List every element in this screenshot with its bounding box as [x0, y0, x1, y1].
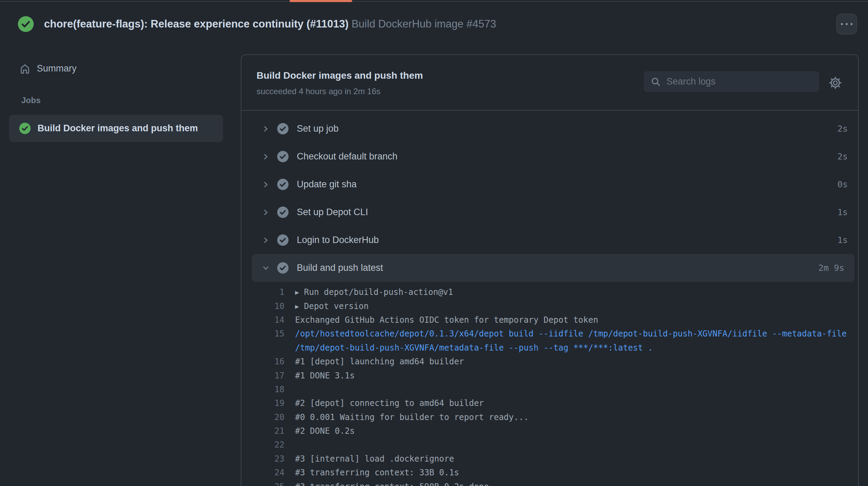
- log-line-number[interactable]: 16: [241, 357, 284, 366]
- job-success-check-icon: [19, 123, 31, 134]
- log-group-arrow-icon[interactable]: ▶: [295, 288, 304, 296]
- step-label: Set up Depot CLI: [297, 207, 368, 218]
- search-logs-input[interactable]: [666, 76, 812, 87]
- log-line-text: #0 0.001 Waiting for builder to report r…: [295, 412, 529, 422]
- page-title: chore(feature-flags): Release experience…: [44, 18, 496, 30]
- sidebar-summary-label: Summary: [37, 63, 77, 74]
- step-label: Set up job: [297, 123, 339, 134]
- step-row[interactable]: Login to DockerHub 1s: [241, 226, 858, 254]
- log-line-number[interactable]: 1: [241, 287, 284, 297]
- run-options-button[interactable]: [836, 14, 857, 34]
- sidebar-jobs-heading: Jobs: [21, 96, 41, 105]
- steps-list: Set up job 2s Checkout default branch 2s…: [241, 115, 858, 282]
- log-line-number[interactable]: 15: [241, 329, 284, 339]
- log-line-number[interactable]: 10: [241, 301, 284, 311]
- log-line: 14 ▶ Exchanged GitHub Actions OIDC token…: [241, 313, 857, 327]
- log-line-number[interactable]: 23: [241, 454, 284, 464]
- log-line-text: #1 DONE 3.1s: [295, 371, 355, 380]
- run-success-check-icon: [18, 16, 34, 32]
- sidebar-item-job-selected[interactable]: Build Docker images and push them: [9, 115, 223, 142]
- log-line-number[interactable]: 18: [241, 385, 284, 394]
- tab-accent-bar: [290, 0, 352, 2]
- log-line: 19 ▶ #2 [depot] connecting to amd64 buil…: [241, 396, 857, 410]
- step-duration: 0s: [837, 179, 848, 189]
- log-line-text: #1 [depot] launching amd64 builder: [295, 357, 464, 366]
- log-line: 15 ▶ /opt/hostedtoolcache/depot/0.1.3/x6…: [241, 327, 857, 341]
- step-label: Update git sha: [297, 179, 357, 190]
- sidebar-item-summary[interactable]: Summary: [19, 60, 77, 76]
- log-line-number[interactable]: 20: [241, 412, 284, 422]
- step-success-check-icon: [277, 151, 289, 162]
- log-line-text: /opt/hostedtoolcache/depot/0.1.3/x64/dep…: [295, 329, 847, 339]
- log-line: 22 ▶: [241, 438, 857, 452]
- step-duration: 1s: [837, 207, 848, 217]
- job-status-text: succeeded 4 hours ago in 2m 16s: [257, 87, 380, 96]
- home-icon: [19, 63, 31, 74]
- log-line: 18 ▶: [241, 383, 857, 396]
- step-label: Checkout default branch: [297, 151, 398, 162]
- top-divider: [0, 1, 868, 2]
- chevron-right-icon[interactable]: [262, 209, 270, 216]
- step-success-check-icon: [277, 262, 289, 274]
- log-line-text: #3 transferring context: 590B 0.2s done: [295, 482, 489, 486]
- log-line-number[interactable]: 24: [241, 468, 284, 477]
- step-row[interactable]: Update git sha 0s: [241, 170, 858, 198]
- workflow-run-page: chore(feature-flags): Release experience…: [0, 0, 868, 486]
- step-duration: 2s: [837, 124, 848, 134]
- log-line-number[interactable]: 21: [241, 426, 284, 436]
- step-label: Login to DockerHub: [297, 235, 379, 245]
- step-success-check-icon: [277, 207, 289, 218]
- log-line: 25 ▶ #3 transferring context: 590B 0.2s …: [241, 479, 857, 486]
- log-line: 20 ▶ #0 0.001 Waiting for builder to rep…: [241, 410, 857, 424]
- step-duration: 2s: [837, 152, 848, 162]
- chevron-right-icon[interactable]: [262, 153, 270, 161]
- log-line-text: #3 transferring context: 33B 0.1s: [295, 468, 459, 477]
- chevron-right-icon[interactable]: [262, 181, 270, 188]
- log-line-number[interactable]: 25: [241, 482, 284, 486]
- log-group-arrow-icon[interactable]: ▶: [295, 302, 304, 310]
- step-success-check-icon: [277, 123, 289, 134]
- log-line: ▶ /tmp/depot-build-push-XGVNFA/metadata-…: [241, 341, 857, 355]
- step-success-check-icon: [277, 234, 289, 246]
- chevron-right-icon[interactable]: [262, 125, 270, 133]
- log-line-number[interactable]: 22: [241, 440, 284, 450]
- sidebar-job-label: Build Docker images and push them: [37, 123, 198, 134]
- log-line: 21 ▶ #2 DONE 0.2s: [241, 424, 857, 438]
- step-label: Build and push latest: [297, 263, 383, 273]
- log-line: 17 ▶ #1 DONE 3.1s: [241, 368, 857, 382]
- chevron-right-icon[interactable]: [262, 236, 270, 244]
- log-line-number[interactable]: 19: [241, 398, 284, 408]
- log-output: 1 ▶ Run depot/build-push-action@v1 10 ▶ …: [241, 285, 857, 486]
- log-line: 16 ▶ #1 [depot] launching amd64 builder: [241, 355, 857, 368]
- log-line: 1 ▶ Run depot/build-push-action@v1: [241, 285, 857, 299]
- log-line: 23 ▶ #3 [internal] load .dockerignore: [241, 452, 857, 466]
- workflow-run-number: Build DockerHub image #4573: [351, 18, 496, 30]
- step-success-check-icon: [277, 179, 289, 190]
- log-line-text: #3 [internal] load .dockerignore: [295, 454, 454, 464]
- log-line-text: /tmp/depot-build-push-XGVNFA/metadata-fi…: [295, 343, 653, 353]
- log-line-text: Exchanged GitHub Actions OIDC token for …: [295, 315, 598, 325]
- step-duration: 1s: [837, 235, 848, 245]
- chevron-down-icon[interactable]: [262, 264, 270, 272]
- step-row[interactable]: Build and push latest 2m 9s: [252, 254, 855, 282]
- log-line: 24 ▶ #3 transferring context: 33B 0.1s: [241, 466, 857, 479]
- kebab-horizontal-icon: [841, 23, 843, 25]
- search-logs-box[interactable]: [644, 71, 819, 92]
- log-line-number[interactable]: 17: [241, 371, 284, 380]
- search-icon: [651, 77, 661, 87]
- log-line-text: #2 DONE 0.2s: [295, 426, 355, 436]
- log-line-number[interactable]: 14: [241, 315, 284, 325]
- step-duration: 2m 9s: [818, 263, 844, 273]
- log-line-text: #2 [depot] connecting to amd64 builder: [295, 398, 484, 408]
- gear-icon[interactable]: [828, 76, 843, 90]
- log-line-text: Depot version: [304, 301, 369, 311]
- step-row[interactable]: Set up Depot CLI 1s: [241, 198, 858, 226]
- job-title: Build Docker images and push them: [257, 70, 423, 81]
- step-row[interactable]: Checkout default branch 2s: [241, 143, 858, 170]
- step-row[interactable]: Set up job 2s: [241, 115, 858, 143]
- log-line: 10 ▶ Depot version: [241, 299, 857, 313]
- run-title-text: chore(feature-flags): Release experience…: [44, 18, 349, 30]
- job-log-panel: Build Docker images and push them succee…: [241, 54, 859, 486]
- panel-divider: [241, 110, 858, 111]
- log-line-text: Run depot/build-push-action@v1: [304, 287, 453, 297]
